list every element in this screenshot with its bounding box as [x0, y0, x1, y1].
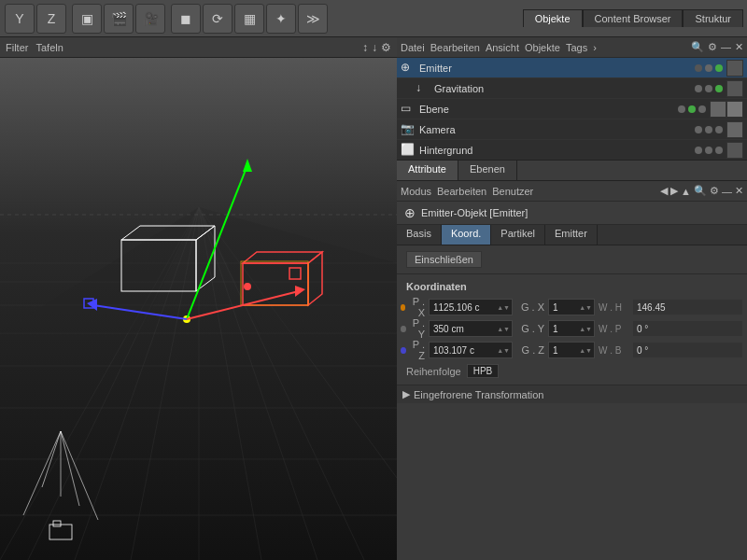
- px-value: 1125.106 c: [433, 302, 480, 313]
- dot2: [705, 85, 712, 92]
- pz-input[interactable]: 103.107 c ▲▼: [429, 342, 513, 358]
- attr-up[interactable]: ▲: [681, 186, 691, 197]
- reihenfolge-value[interactable]: HPB: [467, 364, 500, 378]
- emitter-icon: ⊕: [401, 61, 416, 76]
- kamera-dots: [695, 126, 723, 133]
- py-dot: [401, 326, 406, 332]
- right-panel: Datei Bearbeiten Ansicht Objekte Tags › …: [397, 37, 747, 560]
- dot3: [715, 85, 723, 92]
- gravitation-icon: ↓: [416, 81, 430, 96]
- ebene-thumb: [710, 101, 726, 118]
- gx-input[interactable]: 1 ▲▼: [548, 299, 595, 315]
- attr-benutzer[interactable]: Benutzer: [492, 186, 533, 197]
- vp-icon-move[interactable]: ↕: [362, 41, 368, 54]
- gy-input[interactable]: 1 ▲▼: [548, 320, 595, 337]
- attr-modus[interactable]: Modus: [401, 186, 431, 197]
- wp-input[interactable]: 0 °: [632, 320, 743, 337]
- wp-value: 0 °: [637, 324, 648, 334]
- wh-input[interactable]: 146.45: [632, 299, 743, 315]
- einschliessen-button[interactable]: Einschließen: [406, 251, 482, 268]
- vp-icon-settings[interactable]: ⚙: [381, 41, 391, 54]
- btn-selection[interactable]: ▣: [72, 4, 102, 34]
- obj-item-emitter[interactable]: ⊕ Emitter: [397, 58, 747, 78]
- main-layout: Filter Tafeln ↕ ↓ ⚙: [0, 37, 747, 560]
- attr-toolbar: Modus Bearbeiten Benutzer ◀ ▶ ▲ 🔍 ⚙ — ✕: [397, 181, 747, 202]
- attr-search[interactable]: 🔍: [694, 185, 707, 197]
- tab-objekte[interactable]: Objekte: [523, 9, 583, 27]
- wb-input[interactable]: 0 °: [632, 342, 743, 358]
- emitter-header-icon: ⊕: [404, 205, 416, 220]
- btn-y[interactable]: Y: [5, 4, 35, 34]
- om-search[interactable]: 🔍: [691, 41, 704, 53]
- attr-close[interactable]: ✕: [735, 185, 743, 197]
- attr-bearbeiten[interactable]: Bearbeiten: [437, 186, 486, 197]
- om-tags[interactable]: Tags: [566, 42, 587, 53]
- py-input[interactable]: 350 cm ▲▼: [429, 320, 513, 337]
- btn-film[interactable]: 🎬: [104, 4, 134, 34]
- tab-struktur[interactable]: Struktur: [683, 9, 743, 27]
- om-settings[interactable]: ⚙: [708, 41, 717, 53]
- wh-label: W . H: [595, 302, 632, 313]
- obj-item-gravitation[interactable]: ↓ Gravitation: [397, 78, 747, 99]
- coord-row-z: P . Z 103.107 c ▲▼ G . Z 1 ▲▼ W . B 0 °: [401, 340, 743, 360]
- gx-value: 1: [553, 302, 558, 313]
- dot3: [715, 64, 723, 72]
- obj-item-hintergrund[interactable]: ⬜ Hintergrund: [397, 140, 747, 161]
- gz-value: 1: [553, 345, 558, 356]
- dot1: [695, 126, 702, 133]
- om-objekte[interactable]: Objekte: [525, 42, 560, 53]
- om-arrow-right[interactable]: ›: [593, 42, 597, 53]
- om-ansicht[interactable]: Ansicht: [486, 42, 519, 53]
- obj-item-kamera[interactable]: 📷 Kamera: [397, 119, 747, 140]
- frozen-section[interactable]: ▶ Eingefrorene Transformation: [397, 385, 747, 403]
- btn-more[interactable]: ≫: [298, 4, 328, 34]
- attr-settings[interactable]: ⚙: [710, 185, 719, 197]
- emitter-dots: [695, 64, 723, 72]
- om-minimize[interactable]: —: [721, 41, 731, 53]
- wp-label: W . P: [595, 324, 632, 334]
- dot1: [695, 85, 702, 92]
- main-toolbar: Y Z ▣ 🎬 🎥 ◼ ⟳ ▦ ✦ ≫ Objekte Content Brow…: [0, 0, 747, 37]
- attr-tabs: Attribute Ebenen: [397, 161, 747, 181]
- btn-cube[interactable]: ◼: [171, 4, 201, 34]
- attr-arrow-right[interactable]: ▶: [670, 185, 678, 197]
- px-dot: [401, 304, 405, 311]
- attr-minimize[interactable]: —: [722, 186, 732, 197]
- om-bearbeiten[interactable]: Bearbeiten: [430, 42, 480, 53]
- tab-attribute[interactable]: Attribute: [397, 161, 458, 180]
- ebene-dots: [678, 105, 706, 113]
- pz-value: 103.107 c: [433, 345, 474, 356]
- om-close[interactable]: ✕: [735, 41, 743, 53]
- vp-icon-down[interactable]: ↓: [372, 41, 377, 54]
- om-datei[interactable]: Datei: [401, 42, 425, 53]
- reihenfolge-label: Reihenfolge: [406, 366, 461, 377]
- object-list: ⊕ Emitter ↓ Gravitation: [397, 58, 747, 161]
- sub-tab-basis[interactable]: Basis: [397, 225, 442, 245]
- pz-dot: [401, 347, 406, 354]
- ebene-icon: ▭: [401, 102, 416, 117]
- attr-arrow-left[interactable]: ◀: [660, 185, 668, 197]
- gy-label: G . Y: [520, 323, 548, 334]
- tab-content-browser[interactable]: Content Browser: [583, 9, 684, 27]
- px-input[interactable]: 1125.106 c ▲▼: [429, 299, 513, 315]
- ebene-name: Ebene: [419, 104, 678, 115]
- sub-tab-emitter[interactable]: Emitter: [545, 225, 598, 245]
- dot2: [705, 147, 712, 154]
- coord-row-y: P . Y 350 cm ▲▼ G . Y 1 ▲▼ W . P 0 °: [401, 318, 743, 339]
- tab-ebenen[interactable]: Ebenen: [458, 161, 517, 180]
- btn-camera[interactable]: 🎥: [135, 4, 165, 34]
- dot1: [695, 147, 702, 154]
- filter-label[interactable]: Filter: [6, 42, 28, 53]
- gz-input[interactable]: 1 ▲▼: [548, 342, 595, 358]
- obj-item-ebene[interactable]: ▭ Ebene: [397, 99, 747, 119]
- py-label: P . Y: [401, 317, 429, 340]
- btn-particle[interactable]: ✦: [266, 4, 296, 34]
- tafeln-label[interactable]: Tafeln: [35, 42, 63, 53]
- obj-manager-toolbar: Datei Bearbeiten Ansicht Objekte Tags › …: [397, 37, 747, 58]
- sub-tab-koord[interactable]: Koord.: [442, 225, 491, 245]
- px-label: P . X: [401, 296, 429, 318]
- sub-tab-partikel[interactable]: Partikel: [491, 225, 545, 245]
- btn-z[interactable]: Z: [36, 4, 66, 34]
- btn-nurbs[interactable]: ⟳: [203, 4, 233, 34]
- btn-box2[interactable]: ▦: [234, 4, 264, 34]
